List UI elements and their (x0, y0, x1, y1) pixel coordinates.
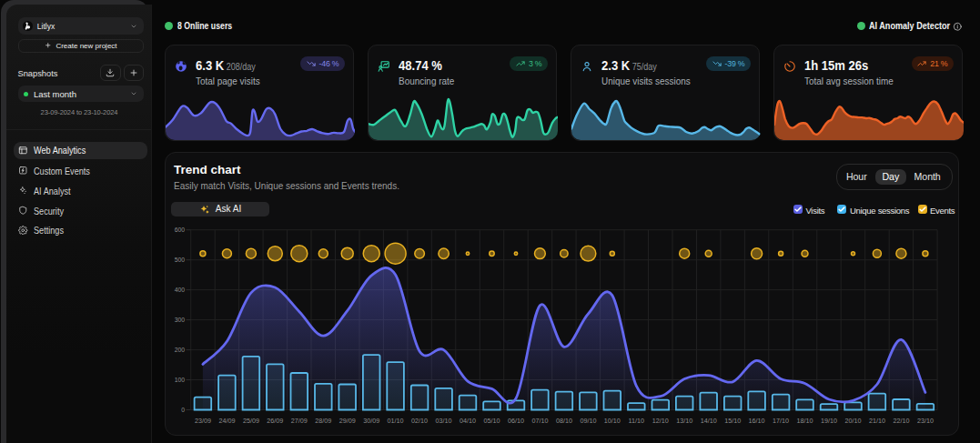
svg-text:19/10: 19/10 (821, 417, 837, 425)
svg-text:08/10: 08/10 (556, 417, 572, 425)
svg-text:16/10: 16/10 (749, 417, 765, 425)
svg-text:18/10: 18/10 (797, 417, 813, 425)
svg-text:02/10: 02/10 (411, 417, 428, 425)
svg-text:01/10: 01/10 (388, 417, 404, 425)
svg-text:0: 0 (181, 407, 185, 413)
svg-text:13/10: 13/10 (676, 417, 692, 425)
svg-text:17/10: 17/10 (773, 417, 789, 425)
svg-text:300: 300 (175, 317, 186, 323)
svg-text:30/09: 30/09 (363, 417, 379, 425)
svg-text:23/10: 23/10 (917, 417, 934, 425)
svg-text:09/10: 09/10 (580, 417, 596, 425)
svg-text:24/09: 24/09 (218, 417, 235, 425)
svg-text:15/10: 15/10 (724, 417, 741, 425)
svg-text:27/09: 27/09 (291, 417, 308, 425)
svg-text:22/10: 22/10 (893, 417, 909, 425)
svg-text:26/09: 26/09 (267, 417, 283, 425)
svg-text:400: 400 (175, 287, 186, 293)
svg-text:28/09: 28/09 (315, 417, 331, 425)
svg-text:25/09: 25/09 (243, 417, 259, 425)
svg-text:04/10: 04/10 (460, 417, 476, 425)
svg-text:100: 100 (175, 377, 186, 383)
svg-text:14/10: 14/10 (701, 417, 717, 425)
svg-text:23/09: 23/09 (195, 417, 211, 425)
svg-text:12/10: 12/10 (652, 417, 669, 425)
svg-text:11/10: 11/10 (629, 417, 644, 425)
svg-text:07/10: 07/10 (531, 417, 548, 425)
svg-text:06/10: 06/10 (508, 417, 524, 425)
svg-text:600: 600 (175, 227, 186, 233)
svg-text:500: 500 (175, 257, 186, 263)
svg-text:29/09: 29/09 (339, 417, 356, 425)
svg-text:10/10: 10/10 (604, 417, 621, 425)
svg-text:20/10: 20/10 (845, 417, 862, 425)
svg-text:200: 200 (175, 347, 186, 353)
svg-text:05/10: 05/10 (484, 417, 500, 425)
svg-text:03/10: 03/10 (436, 417, 452, 425)
svg-text:21/10: 21/10 (869, 417, 885, 425)
